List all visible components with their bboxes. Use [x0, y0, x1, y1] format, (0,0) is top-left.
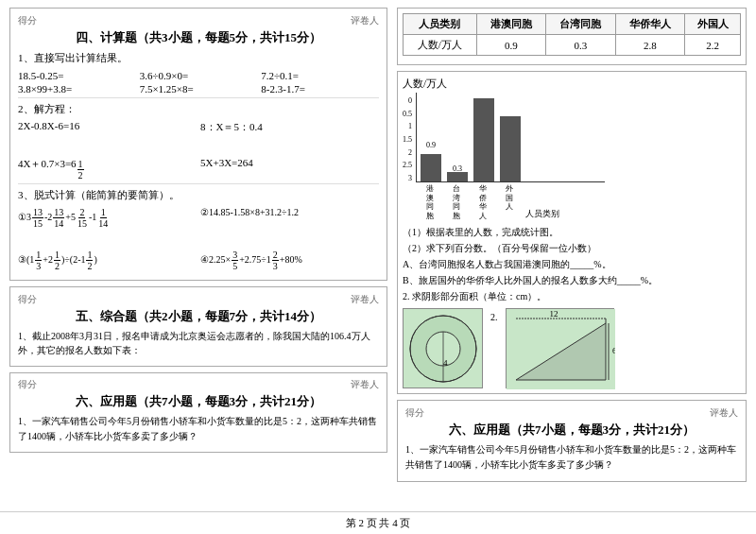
- q1-item-1: 18.5-0.25=: [18, 70, 136, 81]
- right-column: 人员类别 港澳同胞 台湾同胞 华侨华人 外国人 人数/万人 0.9 0.3 2.: [397, 8, 747, 504]
- section-6r-title: 六、应用题（共7小题，每题3分，共计21分）: [405, 422, 738, 439]
- chart-q2a: A、台湾同胞报名人数占我国港澳同胞的_____%。: [403, 256, 741, 272]
- reviewer-label-4: 评卷人: [351, 14, 379, 27]
- q3-row2: ③(113+212)÷(2-112) ④2.25×35+2.75÷123+80%: [18, 250, 379, 271]
- image-area: 4 2.: [403, 308, 741, 388]
- chart-wrapper: 3 2.5 2 1.5 1 0.5 0 0.9: [403, 93, 741, 220]
- y-label-4: 1: [403, 122, 412, 130]
- reviewer-label-6: 评卷人: [351, 378, 379, 391]
- page-footer: 第 2 页 共 4 页: [0, 511, 756, 534]
- y-label-3: 1.5: [403, 135, 412, 144]
- x-axis-labels: 港澳同胞 台湾同胞 华侨华人 外国人 人员类别: [416, 184, 605, 220]
- section-4-header: 得分 评卷人: [18, 14, 379, 27]
- q3-item-1: ①31315-21314+5215-1114: [18, 207, 197, 229]
- chart-title: 人数/万人: [403, 77, 741, 91]
- bar-tw: [447, 172, 468, 181]
- bar-group-hk: 0.9: [421, 92, 441, 181]
- reviewer-label-5: 评卷人: [351, 293, 379, 306]
- bar-group-tw: 0.3: [447, 92, 468, 181]
- q2-row1: 2X-0.8X-6=16 8：X＝5：0.4: [18, 120, 379, 134]
- bar-value-hk: 0.9: [426, 141, 436, 149]
- col-header-hk: 港澳同胞: [476, 14, 546, 35]
- y-label-5: 0.5: [403, 110, 412, 118]
- volunteers-table: 人员类别 港澳同胞 台湾同胞 华侨华人 外国人 人数/万人 0.9 0.3 2.: [403, 13, 741, 56]
- q2-item-3: 4X＋0.7×3=612: [18, 157, 197, 181]
- section-4-title: 四、计算题（共3小题，每题5分，共计15分）: [18, 29, 379, 46]
- bar-value-tw: 0.3: [453, 164, 462, 173]
- triangle-svg: 12 6: [507, 309, 615, 389]
- x-label-foreign: 外国人: [499, 184, 520, 220]
- score-label-5: 得分: [18, 293, 37, 306]
- bar-group-foreign: [500, 92, 521, 181]
- q2-item-4: 5X+3X=264: [200, 157, 379, 181]
- x-label-hk: 港澳同胞: [420, 184, 440, 220]
- section-4: 得分 评卷人 四、计算题（共3小题，每题5分，共计15分） 1、直接写出计算结果…: [9, 8, 387, 281]
- score-label-6r: 得分: [405, 406, 424, 420]
- triangle-diagram: 12 6: [506, 308, 614, 388]
- q2-item-1: 2X-0.8X-6=16: [18, 120, 197, 134]
- q2-item-2: 8：X＝5：0.4: [200, 120, 379, 134]
- q1-item-3: 7.2÷0.1=: [261, 70, 379, 81]
- section-6-q1: 1、一家汽车销售公司今年5月份销售小轿车和小货车数量的比是5：2，这两种车共销售…: [18, 414, 379, 444]
- q1-label: 1、直接写出计算结果。: [18, 50, 379, 67]
- svg-text:6: 6: [612, 346, 615, 355]
- q3-item-2: ②14.85-1.58×8+31.2÷1.2: [200, 207, 379, 229]
- circle-label-inner: 4: [443, 358, 448, 368]
- y-label-1: 2.5: [403, 161, 412, 169]
- section-6-title: 六、应用题（共7小题，每题3分，共计21分）: [18, 393, 379, 410]
- q3-item-4: ④2.25×35+2.75÷123+80%: [200, 250, 379, 271]
- svg-text:12: 12: [549, 309, 558, 319]
- x-label-tw: 台湾同胞: [446, 184, 467, 220]
- divider-2: [18, 183, 379, 184]
- main-content: 得分 评卷人 四、计算题（共3小题，每题5分，共计15分） 1、直接写出计算结果…: [0, 0, 756, 511]
- section-5-title: 五、综合题（共2小题，每题7分，共计14分）: [18, 308, 379, 325]
- bar-group-overseas: [473, 92, 494, 181]
- circle-svg: [405, 311, 481, 387]
- section-6r-q1: 1、一家汽车销售公司今年5月份销售小轿车和小货车数量的比是5：2，这两种车共销售…: [405, 442, 738, 473]
- section-6-right: 得分 评卷人 六、应用题（共7小题，每题3分，共计21分） 1、一家汽车销售公司…: [397, 400, 747, 482]
- y-label-2: 2: [403, 148, 412, 157]
- x-label-overseas: 华侨华人: [472, 184, 493, 220]
- section-6-header: 得分 评卷人: [18, 378, 379, 391]
- chart-questions: （1）根据表里的人数，完成统计图。 （2）求下列百分数。（百分号保留一位小数） …: [403, 224, 741, 304]
- q2-row2: 4X＋0.7×3=612 5X+3X=264: [18, 157, 379, 181]
- page: 得分 评卷人 四、计算题（共3小题，每题5分，共计15分） 1、直接写出计算结果…: [0, 0, 756, 534]
- chart-q1: （1）根据表里的人数，完成统计图。: [403, 224, 741, 240]
- bar-foreign: [500, 116, 521, 181]
- reviewer-label-6r: 评卷人: [710, 406, 738, 420]
- section-5-header: 得分 评卷人: [18, 293, 379, 306]
- q1-items: 18.5-0.25= 3.6÷0.9×0= 7.2÷0.1= 3.8×99+3.…: [18, 70, 379, 95]
- divider-1: [18, 97, 379, 98]
- q2-label: 2、解方程：: [18, 101, 379, 118]
- q1-item-2: 3.6÷0.9×0=: [140, 70, 258, 81]
- left-column: 得分 评卷人 四、计算题（共3小题，每题5分，共计15分） 1、直接写出计算结果…: [9, 8, 387, 504]
- col-header-overseas: 华侨华人: [615, 14, 685, 35]
- table-row-data: 人数/万人 0.9 0.3 2.8 2.2: [404, 35, 741, 56]
- q3-row1: ①31315-21314+5215-1114 ②14.85-1.58×8+31.…: [18, 207, 379, 229]
- q2-number-label: 2.: [490, 308, 498, 322]
- q1-item-5: 7.5×1.25×8=: [140, 83, 258, 95]
- table-container: 人员类别 港澳同胞 台湾同胞 华侨华人 外国人 人数/万人 0.9 0.3 2.: [397, 8, 747, 65]
- q3-label: 3、脱式计算（能简算的要简算）。: [18, 187, 379, 204]
- bar-chart: 0.9 0.3: [416, 93, 605, 182]
- section-6r-header: 得分 评卷人: [405, 406, 738, 420]
- cell-hk: 0.9: [476, 35, 546, 56]
- section-6: 得分 评卷人 六、应用题（共7小题，每题3分，共计21分） 1、一家汽车销售公司…: [9, 372, 387, 453]
- y-label-6: 0: [403, 96, 412, 105]
- section-5-left: 得分 评卷人 五、综合题（共2小题，每题7分，共计14分） 1、截止2008年3…: [9, 286, 387, 367]
- row-label: 人数/万人: [404, 35, 477, 56]
- chart-q3: 2. 求阴影部分面积（单位：cm）。: [403, 288, 741, 304]
- score-label-6: 得分: [18, 378, 37, 391]
- q1-item-6: 8-2.3-1.7=: [261, 83, 379, 95]
- score-label-4: 得分: [18, 14, 37, 27]
- q1-item-4: 3.8×99+3.8=: [18, 83, 136, 95]
- col-header-category: 人员类别: [404, 14, 477, 35]
- circle-diagram: 4: [403, 308, 483, 388]
- chart-q2: （2）求下列百分数。（百分号保留一位小数）: [403, 240, 741, 256]
- bar-overseas: [473, 98, 494, 181]
- y-axis: 3 2.5 2 1.5 1 0.5 0: [403, 93, 412, 182]
- chart-q2b: B、旅居国外的华侨华人比外国人的报名人数多大约_____%。: [403, 272, 741, 288]
- chart-container: 人数/万人 3 2.5 2 1.5 1 0.5 0: [397, 71, 747, 394]
- cell-foreign: 2.2: [685, 35, 741, 56]
- bar-hk: [421, 154, 441, 181]
